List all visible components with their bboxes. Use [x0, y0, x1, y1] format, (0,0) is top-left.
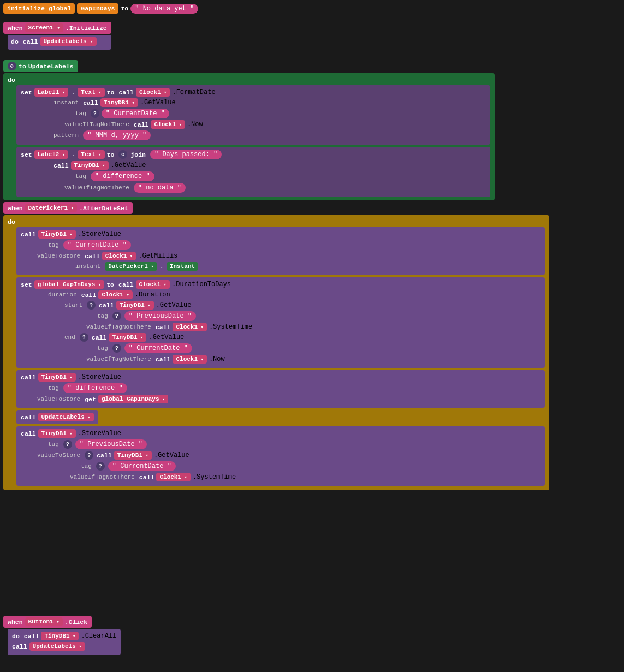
- when-datepicker-block: when DatePicker1 .AfterDateSet do call T…: [3, 202, 549, 490]
- when-screen1-block: when Screen1 .Initialize do call UpdateL…: [3, 22, 111, 50]
- q-vts-icon: ?: [85, 451, 93, 460]
- duration-row: duration call Clock1 .Duration: [48, 290, 540, 299]
- days-passed-string: " Days passed: ": [150, 150, 222, 159]
- previousdate-string: " PreviousDate ": [124, 311, 196, 321]
- procedure-updatelabels-block: ⚙ to UpdateLabels do set Label1 . Text t…: [3, 60, 495, 200]
- valuetagnotthere-sys2-row: valueIfTagNotThere call Clock1 .SystemTi…: [70, 473, 540, 481]
- init-global-block: initialize global GapInDays to " No data…: [3, 3, 198, 14]
- tinydb-store1-dropdown[interactable]: TinyDB1: [38, 230, 76, 239]
- valuetostoreclock-row: valueToStore call Clock1 .GetMillis: [37, 252, 540, 260]
- tag-difference-row: tag " difference ": [75, 171, 486, 181]
- button-do-row: do call TinyDB1 .ClearAll: [12, 632, 116, 640]
- gap-in-days-var[interactable]: GapInDays: [77, 3, 118, 14]
- difference-tag-string: " difference ": [63, 383, 127, 393]
- tag-currentdate-row: tag ? " CurrentDate ": [75, 109, 486, 118]
- datepicker1-dropdown[interactable]: DatePicker1: [25, 204, 77, 212]
- proc-do-row: do: [8, 76, 490, 84]
- valuetostoreget-row: valueToStore get global GapInDays: [37, 395, 540, 403]
- q-icon-1: ?: [91, 109, 99, 118]
- when-datepicker-header: when DatePicker1 .AfterDateSet: [3, 202, 133, 214]
- tag-previousdate2-row: tag ? " PreviousDate ": [48, 439, 540, 449]
- tinydb2-dropdown[interactable]: TinyDB1: [71, 161, 109, 170]
- tinydb-getval3-dropdown[interactable]: TinyDB1: [114, 451, 152, 460]
- label2-dropdown[interactable]: Label2: [34, 150, 68, 159]
- clock-sys2-dropdown[interactable]: Clock1: [156, 473, 190, 481]
- clock1-dropdown-1[interactable]: Clock1: [136, 88, 170, 97]
- q-end-icon: ?: [80, 333, 88, 342]
- valueiftagnotthere-1-row: valueIfTagNotThere call Clock1 .Now: [64, 120, 486, 129]
- label1-dropdown[interactable]: Label1: [34, 88, 68, 97]
- instant-dropdown[interactable]: Instant: [167, 262, 198, 271]
- pattern-string: " MMM d, yyyy ": [83, 130, 151, 140]
- call-store-diff-row: call TinyDB1 .StoreValue: [21, 373, 540, 382]
- call-store-prev-row: call TinyDB1 .StoreValue: [21, 429, 540, 438]
- to-keyword: to: [121, 5, 128, 12]
- tag-difference2-row: tag " difference ": [48, 383, 540, 393]
- button1-dropdown[interactable]: Button1: [25, 617, 63, 626]
- global-gapindays-dropdown[interactable]: global GapInDays: [34, 280, 104, 289]
- call-store-1-row: call TinyDB1 .StoreValue: [21, 230, 540, 239]
- canvas: initialize global GapInDays to " No data…: [0, 0, 624, 672]
- currentdate2-string: " CurrentDate ": [63, 240, 131, 250]
- text-dropdown-1[interactable]: Text: [78, 88, 104, 97]
- clock1-now2-dropdown[interactable]: Clock1: [173, 355, 206, 364]
- q-prev2-icon: ?: [63, 440, 72, 449]
- initialize-global-keyword: initialize global: [3, 3, 75, 14]
- updatelabels3-dropdown[interactable]: UpdateLabels: [29, 642, 85, 651]
- clock1-durationtodays-dropdown[interactable]: Clock1: [136, 280, 170, 289]
- gear-icon: ⚙: [8, 62, 16, 70]
- tag-currentdate3-row: tag ? " CurrentDate ": [81, 461, 540, 471]
- clock-systemtime-dropdown[interactable]: Clock1: [173, 323, 206, 331]
- text-dropdown-2[interactable]: Text: [78, 150, 104, 159]
- instant-row: instant call TinyDB1 .GetValue: [54, 98, 486, 107]
- set-global-gapin-row: set global GapInDays to call Clock1 .Dur…: [21, 280, 540, 289]
- tinydb-store3-dropdown[interactable]: TinyDB1: [38, 429, 76, 438]
- procedure-header: ⚙ to UpdateLabels: [3, 60, 78, 72]
- valuetagnotthere-systemtime-row: valueIfTagNotThere call Clock1 .SystemTi…: [86, 323, 540, 331]
- when-screen1-header: when Screen1 .Initialize: [3, 22, 111, 34]
- tinydb-start-dropdown[interactable]: TinyDB1: [116, 301, 154, 310]
- set-label2-text-row: set Label2 . Text to ⚙ join " Days passe…: [21, 150, 486, 159]
- currentdate-end-string: " CurrentDate ": [124, 343, 192, 353]
- q-curr-tag-icon: ?: [112, 344, 121, 353]
- tinydb-clearall-dropdown[interactable]: TinyDB1: [41, 632, 79, 640]
- init-value-string: " No data yet ": [130, 4, 198, 14]
- call-tinydb2-row: call TinyDB1 .GetValue: [54, 161, 486, 170]
- do-call-updatelabels-row: do call UpdateLabels: [11, 37, 108, 46]
- end-row: end ? call TinyDB1 .GetValue: [64, 333, 540, 342]
- updatelabels-dropdown[interactable]: UpdateLabels: [40, 37, 96, 46]
- tinydb-store2-dropdown[interactable]: TinyDB1: [38, 373, 76, 382]
- clock1-now-dropdown[interactable]: Clock1: [151, 120, 185, 129]
- q-start-icon: ?: [87, 301, 96, 310]
- button-call-update-row: call UpdateLabels: [12, 642, 116, 651]
- previousdate2-string: " PreviousDate ": [75, 439, 147, 449]
- clock1-duration-dropdown[interactable]: Clock1: [98, 290, 132, 299]
- screen1-dropdown[interactable]: Screen1: [25, 23, 63, 32]
- currentdate-string: " CurrentDate ": [102, 109, 169, 118]
- clock-getmillis-dropdown[interactable]: Clock1: [102, 252, 136, 260]
- instant-datepicker-row: instant DatePicker1 . Instant: [75, 262, 540, 271]
- no-data-string: " no data ": [134, 183, 186, 193]
- when-button-header: when Button1 .Click: [3, 616, 92, 628]
- q-prev-tag-icon: ?: [112, 312, 121, 320]
- pattern-row: pattern " MMM d, yyyy ": [54, 130, 486, 140]
- valueiftagnotthere-2-row: valueIfTagNotThere " no data ": [64, 183, 486, 193]
- start-row: start ? call TinyDB1 .GetValue: [64, 301, 540, 310]
- valuetagnotthere-now-row: valueIfTagNotThere call Clock1 .Now: [86, 355, 540, 364]
- currentdate3-string: " CurrentDate ": [108, 461, 176, 471]
- global-gap-get-dropdown[interactable]: global GapInDays: [98, 395, 168, 403]
- dp-do-row: do: [8, 218, 545, 225]
- when-button-block: when Button1 .Click do call TinyDB1 .Cle…: [3, 616, 121, 655]
- q-curr3-icon: ?: [96, 462, 105, 471]
- set-label1-text-row: set Label1 . Text to call Clock1 .Format…: [21, 88, 486, 97]
- valuetostoreget2-row: valueToStore ? call TinyDB1 .GetValue: [37, 451, 540, 460]
- updatelabels2-dropdown[interactable]: UpdateLabels: [38, 413, 94, 421]
- tag-currentdate2-row: tag " CurrentDate ": [48, 240, 540, 250]
- difference-string: " difference ": [91, 171, 154, 181]
- tinydb-end-dropdown[interactable]: TinyDB1: [109, 333, 146, 342]
- tinydb1-dropdown[interactable]: TinyDB1: [100, 98, 138, 107]
- q-icon-join: ⚙: [118, 150, 127, 159]
- datepicker-instant-dropdown[interactable]: DatePicker1: [105, 262, 157, 271]
- tag-currentdate-end-row: tag ? " CurrentDate ": [97, 343, 540, 353]
- tag-previousdate-row: tag ? " PreviousDate ": [97, 311, 540, 321]
